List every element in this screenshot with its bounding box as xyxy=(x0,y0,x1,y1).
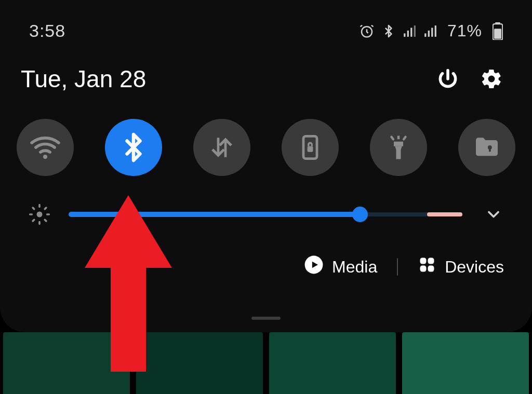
settings-gear-icon[interactable] xyxy=(480,67,503,90)
svg-line-25 xyxy=(45,220,46,221)
svg-rect-30 xyxy=(428,258,434,264)
battery-icon xyxy=(493,22,503,40)
slider-fill xyxy=(69,212,360,217)
signal-icon-1 xyxy=(403,24,416,38)
background-app-peek xyxy=(0,332,532,394)
svg-rect-6 xyxy=(428,30,430,36)
svg-rect-3 xyxy=(410,28,412,36)
svg-rect-31 xyxy=(420,266,427,272)
svg-line-24 xyxy=(33,208,34,209)
secure-folder-icon xyxy=(472,133,501,162)
svg-rect-18 xyxy=(489,147,491,152)
qs-tile-wifi[interactable] xyxy=(17,119,74,176)
status-bar: 3:58 71% xyxy=(0,0,532,41)
play-circle-icon xyxy=(304,255,324,279)
quick-settings-panel: 3:58 71% Tue, J xyxy=(0,0,532,332)
svg-rect-29 xyxy=(420,258,427,264)
brightness-slider[interactable] xyxy=(69,208,462,221)
panel-drag-handle[interactable] xyxy=(251,317,281,320)
slider-track-extra xyxy=(427,212,462,216)
battery-percentage: 71% xyxy=(447,21,482,40)
svg-rect-5 xyxy=(424,33,426,37)
panel-date[interactable]: Tue, Jan 28 xyxy=(21,65,146,93)
status-right-cluster: 71% xyxy=(359,21,503,40)
devices-grid-icon xyxy=(418,255,436,278)
svg-line-26 xyxy=(33,220,34,221)
quick-settings-row xyxy=(0,93,532,176)
media-output-button[interactable]: Media xyxy=(304,255,377,279)
svg-point-12 xyxy=(43,155,47,159)
svg-rect-8 xyxy=(435,25,436,37)
qs-tile-securefolder[interactable] xyxy=(458,119,515,176)
svg-rect-2 xyxy=(407,30,409,36)
svg-rect-11 xyxy=(494,29,501,38)
brightness-icon[interactable] xyxy=(25,203,54,226)
qs-tile-rotationlock[interactable] xyxy=(282,119,339,176)
svg-rect-32 xyxy=(428,266,434,272)
status-clock: 3:58 xyxy=(29,21,65,41)
qs-tile-flashlight[interactable] xyxy=(370,119,427,176)
bluetooth-icon xyxy=(118,132,149,163)
svg-rect-4 xyxy=(414,25,416,37)
brightness-row xyxy=(0,176,532,226)
bluetooth-status-icon xyxy=(382,23,395,39)
svg-point-19 xyxy=(37,212,43,218)
svg-rect-15 xyxy=(394,142,403,146)
signal-icon-2 xyxy=(423,24,437,38)
alarm-icon xyxy=(359,23,375,39)
brightness-expand-chevron[interactable] xyxy=(481,205,506,224)
shortcut-divider xyxy=(397,258,398,276)
svg-rect-1 xyxy=(404,33,405,37)
devices-label: Devices xyxy=(445,257,504,277)
svg-rect-14 xyxy=(308,146,313,152)
devices-button[interactable]: Devices xyxy=(418,255,504,278)
panel-header: Tue, Jan 28 xyxy=(0,41,532,93)
rotation-lock-icon xyxy=(297,134,324,161)
svg-line-27 xyxy=(45,208,46,209)
qs-tile-mobiledata[interactable] xyxy=(193,119,250,176)
flashlight-icon xyxy=(384,133,413,161)
panel-bottom-shortcuts: Media Devices xyxy=(0,226,532,279)
svg-rect-7 xyxy=(431,28,433,36)
wifi-icon xyxy=(29,131,61,164)
mobiledata-icon xyxy=(207,133,236,162)
svg-rect-16 xyxy=(397,136,400,140)
slider-thumb[interactable] xyxy=(352,207,368,222)
media-label: Media xyxy=(332,257,377,277)
qs-tile-bluetooth[interactable] xyxy=(105,119,162,176)
power-icon[interactable] xyxy=(436,67,459,90)
